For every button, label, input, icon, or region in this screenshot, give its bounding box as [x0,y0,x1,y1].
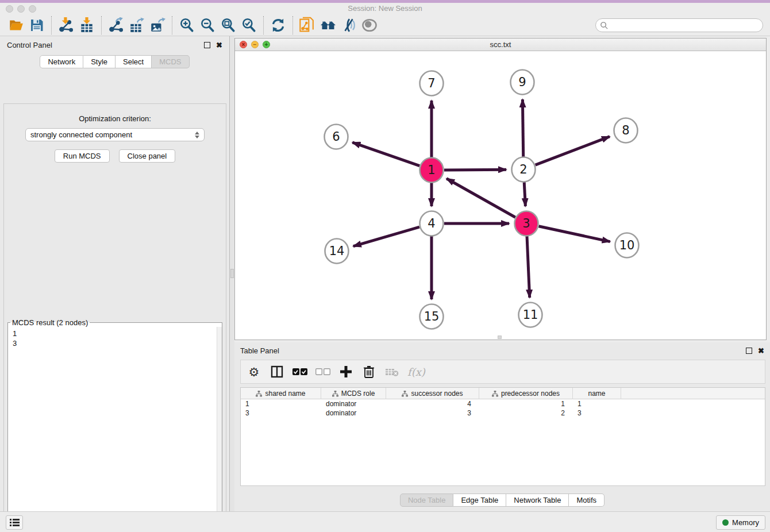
graph-node-10[interactable]: 10 [615,233,639,258]
tab-motifs[interactable]: Motifs [569,494,605,507]
graph-edge-3-1[interactable] [446,179,515,218]
mcds-result-text[interactable]: 1 3 [8,327,222,532]
graph-edge-1-6[interactable] [352,142,419,166]
toolbar-separator [51,16,52,34]
graph-node-11[interactable]: 11 [519,303,542,327]
task-history-button[interactable] [6,515,23,530]
tab-network-table[interactable]: Network Table [506,494,569,507]
table-row[interactable]: 1 dominator 4 1 1 [241,399,765,408]
add-column-icon[interactable] [338,364,353,379]
control-panel-close-icon[interactable]: ✖ [216,41,222,49]
export-table-icon[interactable] [128,16,146,34]
search-input[interactable] [609,21,763,29]
select-all-columns-icon[interactable] [292,364,307,379]
optimization-criterion-select[interactable]: strongly connected component [25,128,205,141]
graph-node-label: 15 [424,310,440,323]
status-bar: Memory [0,511,770,532]
deselect-all-columns-icon[interactable] [315,364,330,379]
select-stepper-icon [195,132,199,138]
eye-icon[interactable] [360,16,379,34]
graph-node-8[interactable]: 8 [614,118,638,143]
zoom-out-icon[interactable] [198,16,217,34]
network-canvas[interactable]: 7968124314101511 [235,51,766,340]
mcds-panel: Optimization criterion: strongly connect… [3,103,226,532]
graph-node-7[interactable]: 7 [420,71,444,96]
search-icon [600,21,609,30]
delete-table-icon[interactable] [384,364,399,379]
graph-node-label: 7 [428,76,435,90]
function-builder-icon[interactable]: f(x) [407,364,425,379]
column-header-predecessor-nodes[interactable]: predecessor nodes [479,388,573,399]
splitter-grip[interactable] [230,269,234,278]
search-box[interactable] [595,18,763,32]
hide-graphics-details-icon[interactable] [340,16,358,34]
graph-node-1[interactable]: 1 [420,158,444,183]
tab-node-table[interactable]: Node Table [400,494,454,507]
toolbar-separator [101,16,102,34]
table-panel-title: Table Panel [240,346,746,355]
table-panel-float-icon[interactable] [746,348,752,354]
delete-column-trash-icon[interactable] [361,364,376,379]
graph-edge-3-11[interactable] [527,236,530,298]
tab-edge-table[interactable]: Edge Table [453,494,506,507]
run-mcds-button[interactable]: Run MCDS [55,149,110,163]
graph-edge-2-8[interactable] [536,137,610,165]
tab-network[interactable]: Network [40,55,83,68]
open-file-icon[interactable] [7,16,25,34]
column-type-icon [332,391,338,397]
network-graph: 7968124314101511 [235,51,766,340]
table-row[interactable]: 3 dominator 3 2 3 [241,408,765,418]
column-header-successor-nodes[interactable]: successor nodes [386,388,479,399]
tab-select[interactable]: Select [116,55,152,68]
graph-edge-4-14[interactable] [353,227,419,246]
panel-splitter[interactable] [230,36,234,511]
tab-mcds[interactable]: MCDS [152,55,189,68]
graph-edge-2-3[interactable] [524,182,525,206]
export-image-icon[interactable] [148,16,167,34]
import-network-icon[interactable] [57,16,75,34]
titlebar: Session: New Session [0,3,770,15]
canvas-resize-grip[interactable] [498,336,502,339]
tab-style[interactable]: Style [83,55,116,68]
graph-node-label: 6 [332,130,340,144]
column-header-shared-name[interactable]: shared name [241,388,321,399]
node-table[interactable]: shared name MCDS role successor nodes pr… [240,387,765,486]
network-view-titlebar[interactable]: × − + scc.txt [235,38,766,51]
memory-button[interactable]: Memory [716,515,765,530]
table-settings-gear-icon[interactable]: ⚙ [247,364,261,379]
close-panel-button[interactable]: Close panel [119,149,176,163]
control-panel-float-icon[interactable] [204,42,210,48]
home-icon[interactable] [319,16,337,34]
new-network-icon[interactable] [298,16,317,34]
zoom-selected-icon[interactable] [240,16,258,34]
graph-edge-3-10[interactable] [539,226,610,242]
graph-edge-2-9[interactable] [522,99,523,157]
import-table-icon[interactable] [78,16,96,34]
column-header-mcds-role[interactable]: MCDS role [321,388,386,399]
refresh-icon[interactable] [269,16,287,34]
graph-node-15[interactable]: 15 [420,304,444,329]
memory-status-dot [722,519,729,526]
table-toolbar: ⚙ f(x) [240,360,765,384]
graph-node-14[interactable]: 14 [325,239,349,264]
graph-edge-1-2[interactable] [444,169,506,170]
export-network-icon[interactable] [107,16,125,34]
zoom-in-icon[interactable] [178,16,196,34]
mcds-result-box: MCDS result (2 nodes) 1 3 [7,318,222,532]
toolbar-separator [263,16,264,34]
table-panel-close-icon[interactable]: ✖ [758,347,764,354]
table-panel: Table Panel ✖ ⚙ f(x) shared [234,342,770,511]
graph-node-2[interactable]: 2 [512,157,536,182]
main-toolbar [0,15,770,36]
column-header-name[interactable]: name [573,388,621,399]
zoom-fit-icon[interactable] [219,16,237,34]
graph-node-6[interactable]: 6 [325,125,348,149]
graph-node-3[interactable]: 3 [515,211,538,236]
show-columns-icon[interactable] [270,364,284,379]
save-session-icon[interactable] [28,16,46,34]
list-icon [10,518,20,527]
graph-node-4[interactable]: 4 [420,211,444,236]
mcds-result-scrollbar[interactable] [217,327,222,532]
control-panel-tabs: Network Style Select MCDS [0,55,229,68]
graph-node-9[interactable]: 9 [511,70,534,95]
